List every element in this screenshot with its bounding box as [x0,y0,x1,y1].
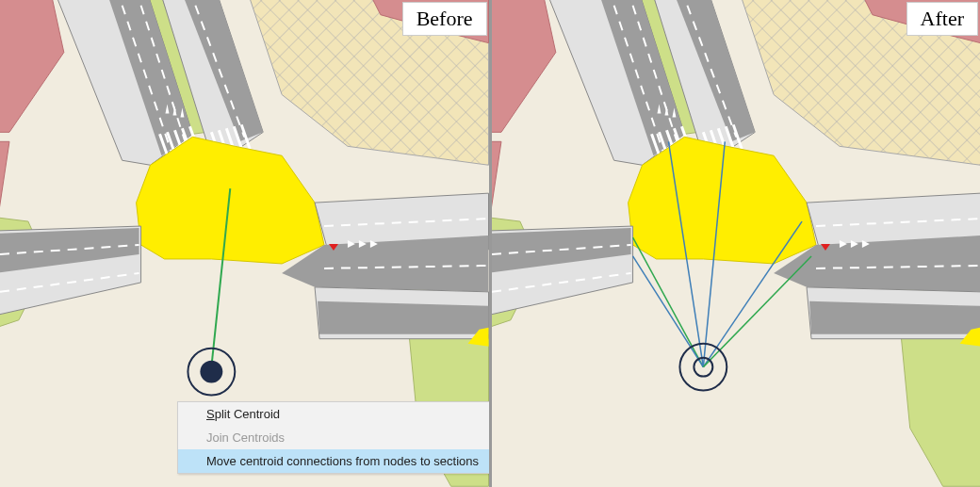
panel-before: Before Split Centroid Join Centroids Mov… [0,0,489,487]
panel-after: After [492,0,981,487]
svg-marker-78 [809,301,980,334]
label-after: After [906,2,978,36]
building [492,0,556,132]
svg-line-81 [632,256,703,367]
road-lower [315,287,488,347]
road-lower [807,287,980,347]
comparison-container: Before Split Centroid Join Centroids Mov… [0,0,980,487]
building [0,0,64,132]
svg-point-40 [200,361,222,383]
label-before: Before [402,2,487,36]
svg-marker-37 [318,301,488,334]
centroid[interactable] [188,349,235,396]
context-menu: Split Centroid Join Centroids Move centr… [177,401,489,474]
map-after[interactable] [492,0,981,487]
ctx-move-connections[interactable]: Move centroid connections from nodes to … [178,449,489,473]
ctx-split-centroid[interactable]: Split Centroid [178,402,489,426]
building [0,141,9,217]
intersection-node [137,137,324,264]
ctx-join-centroids: Join Centroids [178,426,489,449]
ctx-label-rest: plit Centroid [215,407,280,421]
building [492,141,501,217]
intersection-node [628,137,815,264]
